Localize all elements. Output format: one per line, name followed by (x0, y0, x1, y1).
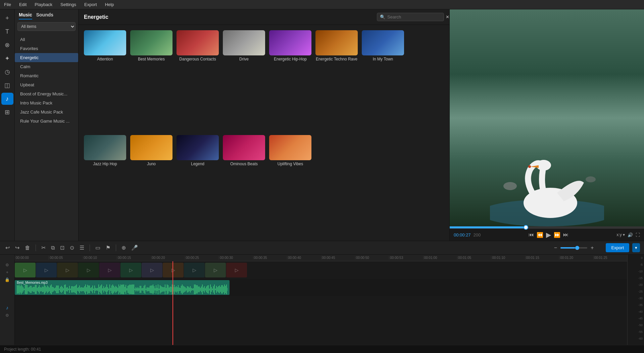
grid-item[interactable]: Jazz Hip Hop (84, 135, 126, 236)
undo-button[interactable]: ↩ (4, 244, 11, 252)
step-back-button[interactable]: ⏪ (537, 232, 543, 238)
mic-button[interactable]: 🎤 (130, 244, 139, 252)
filter-icon[interactable]: ◫ (1, 79, 13, 91)
skip-start-button[interactable]: ⏮ (529, 232, 534, 238)
video-clip[interactable]: ▷ (57, 263, 78, 277)
export-button[interactable]: Export (606, 243, 629, 252)
ruler-mark: 00:00:50 (355, 256, 389, 260)
grid-item[interactable]: Uplifting Vibes (269, 135, 311, 236)
menu-help[interactable]: Help (104, 1, 115, 8)
grid-icon[interactable]: ⊞ (1, 106, 13, 118)
grid-item[interactable]: Drive (223, 30, 265, 131)
ruler-mark: 00:00:53 (389, 256, 423, 260)
track-lock-icon[interactable]: 🔒 (5, 277, 10, 282)
add-icon[interactable]: + (1, 12, 13, 24)
audio-clip[interactable]: Best_Memories.mp3 (15, 280, 230, 295)
category-item[interactable]: Calm (15, 62, 78, 71)
zoom-track[interactable] (560, 247, 587, 249)
audio-settings-icon[interactable]: ⚙ (5, 313, 9, 318)
redo-button[interactable]: ↪ (14, 244, 21, 252)
volume-icon[interactable]: 🔊 (628, 232, 633, 237)
fullscreen-icon[interactable]: ⛶ (636, 232, 640, 237)
grid-item[interactable]: Energetic Hip-Hop (269, 30, 311, 131)
track-settings-icon[interactable]: ⚙ (5, 263, 9, 267)
audio-track-icon[interactable]: ♪ (6, 305, 8, 310)
ruler-mark: 00:00:10 (83, 256, 117, 260)
track-add-icon[interactable]: + (6, 270, 8, 275)
grid-item-label: Drive (223, 57, 265, 61)
zoom-in-button[interactable]: + (589, 244, 595, 252)
delete-button[interactable]: 🗑 (23, 244, 32, 252)
db-mark: -40 (628, 308, 644, 315)
music-icon[interactable]: ♪ (1, 93, 13, 105)
cut-button[interactable]: ✂ (40, 244, 47, 252)
category-item[interactable]: Rule Your Game Music ... (15, 117, 78, 126)
video-clip[interactable]: ▷ (142, 263, 162, 277)
grid-item[interactable]: Legend (177, 135, 219, 236)
grid-item[interactable]: Attention (84, 30, 126, 131)
transitions-icon[interactable]: ⊗ (1, 39, 13, 51)
menu-file[interactable]: File (3, 1, 12, 8)
category-item[interactable]: All (15, 35, 78, 44)
step-forward-button[interactable]: ⏩ (554, 232, 560, 238)
skip-end-button[interactable]: ⏭ (563, 232, 568, 238)
grid-item-label: Ominous Beats (223, 162, 265, 166)
video-clip[interactable]: ▷ (15, 263, 36, 277)
tab-sounds[interactable]: Sounds (36, 12, 53, 19)
preview-video (450, 9, 644, 226)
marker-button[interactable]: ⚑ (104, 244, 112, 252)
category-item[interactable]: Boost of Energy Music... (15, 89, 78, 98)
playhead[interactable] (172, 261, 173, 345)
video-track: ▷▷▷▷▷▷▷▷▷▷▷ (15, 261, 627, 279)
search-input[interactable] (387, 14, 444, 19)
zoom-out-button[interactable]: − (553, 244, 558, 252)
search-box[interactable]: 🔍 ✕ (377, 13, 444, 21)
category-item[interactable]: Romantic (15, 71, 78, 80)
video-clip[interactable]: ▷ (99, 263, 120, 277)
overlay-button[interactable]: ▭ (94, 244, 102, 252)
category-item[interactable]: Favorites (15, 44, 78, 53)
export-split-button[interactable]: ▾ (632, 243, 640, 252)
category-item[interactable]: Energetic (15, 53, 78, 62)
video-clip[interactable]: ▷ (184, 263, 205, 277)
db-mark: -15 (628, 275, 644, 281)
copy-button[interactable]: ⧉ (50, 244, 56, 252)
video-clip[interactable]: ▷ (163, 263, 184, 277)
video-clip[interactable]: ▷ (36, 263, 57, 277)
grid-item[interactable]: Juno (130, 135, 172, 236)
category-item[interactable]: Jazz Cafe Music Pack (15, 107, 78, 117)
grid-item[interactable]: Dangerous Contacts (177, 30, 219, 131)
play-button[interactable]: ▶ (546, 231, 551, 239)
effects-icon[interactable]: ✦ (1, 52, 13, 64)
menu-playback[interactable]: Playback (33, 1, 54, 8)
menu-edit[interactable]: Edit (18, 1, 28, 8)
grid-item[interactable]: Best Memories (130, 30, 172, 131)
menu-export[interactable]: Export (83, 1, 98, 8)
ratio-selector[interactable]: x:y ▾ (616, 232, 625, 237)
search-clear-icon[interactable]: ✕ (446, 14, 449, 19)
list-button[interactable]: ☰ (78, 244, 86, 252)
grid-item[interactable]: Ominous Beats (223, 135, 265, 236)
video-clip[interactable]: ▷ (120, 263, 141, 277)
grid-item[interactable]: Energetic Techno Rave (315, 30, 358, 131)
category-item[interactable]: Upbeat (15, 80, 78, 89)
grid-item-label: Best Memories (130, 57, 172, 61)
menu-settings[interactable]: Settings (59, 1, 78, 8)
info-button[interactable]: ⊙ (68, 244, 76, 252)
grid-item[interactable]: In My Town (362, 30, 404, 131)
history-icon[interactable]: ◷ (1, 66, 13, 78)
video-clip[interactable]: ▷ (78, 263, 99, 277)
grid-item-label: In My Town (362, 57, 404, 61)
video-clip[interactable]: ▷ (205, 263, 226, 277)
svg-point-4 (503, 182, 517, 190)
category-item[interactable]: Intro Music Pack (15, 98, 78, 107)
video-clip[interactable]: ▷ (226, 263, 247, 277)
panel-filter[interactable]: All itemsRecentFavorites (17, 22, 76, 31)
crop-button[interactable]: ⊡ (59, 244, 66, 252)
filter-select[interactable]: All itemsRecentFavorites (17, 22, 76, 31)
tab-music[interactable]: Music (19, 12, 32, 19)
grid-item-label: Legend (177, 162, 219, 166)
text-icon[interactable]: T (1, 26, 13, 38)
timeline-content: ⚙ + 🔒 ♪ ⚙ 00:00:0000:00:0500:00:1000:00:… (0, 255, 644, 345)
snap-button[interactable]: ⊕ (120, 244, 127, 252)
